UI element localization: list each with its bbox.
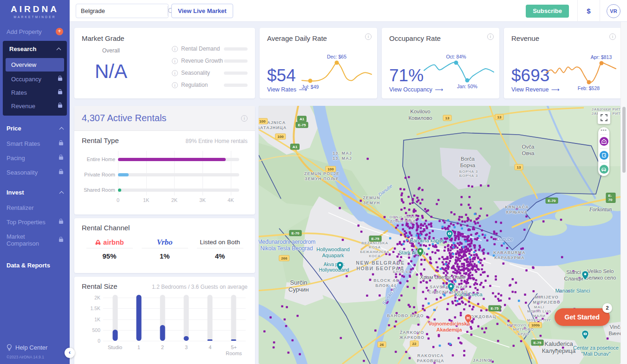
info-icon[interactable]: i: [609, 33, 616, 40]
airdna-marketminder-app: AIRDNA MARKETMINDER Add Property + Resea…: [0, 0, 627, 364]
vrbo-logo: Vrbo: [157, 238, 172, 247]
both-share: 4%: [197, 252, 243, 260]
sidebar-item-rates[interactable]: Rates: [3, 86, 67, 99]
map-label: ŽARKOVOЖАРКОВО: [399, 330, 425, 340]
view-revenue-link[interactable]: View Revenue⟶: [511, 86, 559, 93]
rentals-layer-button[interactable]: [600, 137, 608, 146]
map-layer-controls: •••: [598, 127, 609, 176]
map-pin-teal-cam[interactable]: [581, 330, 589, 342]
sidebar-item-seasonality[interactable]: Seasonality: [0, 165, 70, 180]
sidebar-item-pacing[interactable]: Pacing: [0, 151, 70, 165]
map-label: BLOCK 44БЛОК 44: [373, 278, 398, 288]
map-label: БОРЧА 3БОРЧА 3: [459, 169, 478, 178]
scrollbar-thumb[interactable]: [622, 107, 626, 173]
road-badge: 13: [443, 115, 452, 121]
map-label: SlanciСланци: [564, 269, 583, 282]
map-pin-teal[interactable]: [447, 283, 455, 294]
scrollbar-track[interactable]: [620, 22, 627, 364]
lock-icon: [59, 171, 63, 174]
info-icon[interactable]: i: [241, 115, 248, 122]
map-pin-red-h[interactable]: H: [464, 314, 472, 326]
road-badge: 266: [279, 255, 289, 261]
channel-vrbo: Vrbo 1%: [142, 239, 188, 260]
user-avatar[interactable]: VR: [607, 4, 620, 18]
road-badge: A1: [290, 144, 300, 150]
channel-airbnb: airbnb 95%: [86, 239, 133, 260]
map-label: KARABURMAКАРАБУРМА: [493, 250, 525, 260]
map-label: БЛОК 67: [393, 270, 411, 274]
map-pin-green[interactable]: [417, 247, 424, 259]
search-input[interactable]: [76, 7, 167, 14]
rental-size-subtitle: 1.2 Bedrooms / 3.6 Guests on average: [152, 284, 248, 290]
sidebar-item-data-reports[interactable]: Data & Reports: [0, 257, 70, 273]
active-rentals-header: 4,307 Active Rentals i: [74, 106, 255, 131]
map-pin-teal[interactable]: [336, 261, 344, 273]
rental-channel-title: Rental Channel: [82, 224, 248, 232]
map-pin-teal-cam[interactable]: [446, 230, 453, 241]
map-label: VojnomedicinskaAkademija: [428, 321, 470, 333]
sidebar-item-smart-rates[interactable]: Smart Rates: [0, 136, 70, 151]
road-badge: 100: [259, 118, 268, 124]
logo-subtitle: MARKETMINDER: [0, 15, 70, 19]
subscribe-button[interactable]: Subscribe: [526, 5, 569, 18]
revenue-card: Revenue i $693 Feb: $528Apr: $813 View R…: [504, 28, 621, 98]
info-icon[interactable]: i: [365, 33, 372, 40]
view-rates-link[interactable]: View Rates⟶: [267, 86, 307, 93]
info-icon[interactable]: i: [172, 82, 178, 88]
map-label: ZEMUNЗЕМУН: [363, 195, 380, 205]
chevron-up-icon: [57, 48, 61, 52]
sidebar-section-research[interactable]: Research: [3, 41, 67, 57]
map-label: 13. MAJ13. MAJ: [333, 151, 352, 161]
sidebar-item-revenue[interactable]: Revenue: [3, 99, 67, 113]
road-badge: E-75: [531, 340, 544, 346]
map-label: SurčinСурчин: [288, 279, 309, 293]
sidebar-item-occupancy[interactable]: Occupancy: [3, 72, 67, 86]
map-pin-teal[interactable]: [581, 271, 589, 282]
sidebar-item-overview[interactable]: Overview: [6, 58, 64, 72]
info-icon[interactable]: i: [172, 58, 178, 64]
main-content: Market Grade Overall N/A iRental Demand …: [74, 28, 620, 364]
more-options-icon[interactable]: •••: [601, 129, 607, 132]
map-label: KaluđericaКалуђерица: [542, 340, 576, 355]
map-label: Akva parkHollywoodland: [319, 262, 349, 273]
sidebar-collapse-button[interactable]: ‹: [65, 348, 75, 358]
view-occupancy-link[interactable]: View Occupancy⟶: [389, 86, 443, 93]
sidebar-item-top-properties[interactable]: Top Properties: [0, 215, 70, 229]
lock-icon: [58, 91, 62, 94]
chevron-up-icon: [59, 127, 64, 132]
overall-grade: Overall N/A: [90, 47, 132, 83]
market-map[interactable]: KovilovoКовиловоЈАБУЧКИ РИТЈАБУЧКИ РИТBA…: [259, 106, 620, 364]
get-started-button[interactable]: Get Started: [555, 308, 610, 326]
info-icon[interactable]: i: [172, 46, 178, 52]
rental-type-bar-row: Entire Home: [82, 157, 239, 161]
poi-layer-button[interactable]: [600, 165, 608, 174]
sidebar-item-market-comparison[interactable]: Market Comparison: [0, 229, 70, 251]
revenue-title: Revenue: [511, 34, 614, 42]
lock-icon: [59, 221, 63, 224]
rental-type-bar-row: Shared Room: [82, 188, 239, 192]
occupancy-title: Occupancy Rate: [389, 34, 492, 42]
info-icon[interactable]: i: [487, 33, 494, 40]
lock-icon: [59, 142, 63, 145]
sidebar-section-invest[interactable]: Invest: [0, 184, 70, 201]
airbnb-icon: [95, 239, 101, 246]
lock-icon: [59, 239, 63, 242]
sidebar-item-rentalizer[interactable]: Rentalizer: [0, 201, 70, 215]
hotels-layer-button[interactable]: [600, 151, 608, 160]
lock-icon: [58, 78, 62, 81]
info-icon[interactable]: i: [172, 70, 178, 76]
sidebar-section-price[interactable]: Price: [0, 120, 70, 136]
map-fullscreen-button[interactable]: [598, 111, 610, 124]
sidebar-item-add-property[interactable]: Add Property +: [0, 24, 70, 39]
map-label: KovilovoКовилово: [408, 109, 432, 121]
occupancy-card: Occupancy Rate i 71% Oct: 84%Jan: 50% Vi…: [382, 28, 499, 98]
currency-selector[interactable]: $: [578, 7, 600, 15]
market-search: [76, 4, 169, 18]
spark-annotation: Oct: 84%: [446, 54, 466, 59]
chevron-up-icon: [59, 191, 64, 196]
map-label: MITROVO BRDOМИТРОВОБРДО: [507, 323, 540, 336]
view-live-market-button[interactable]: View Live Market: [171, 4, 233, 18]
road-badge: E-75: [369, 236, 382, 242]
adr-card: Average Daily Rate i $54 Jul: $49Dec: $6…: [260, 28, 377, 98]
help-center-link[interactable]: Help Center: [7, 344, 63, 351]
